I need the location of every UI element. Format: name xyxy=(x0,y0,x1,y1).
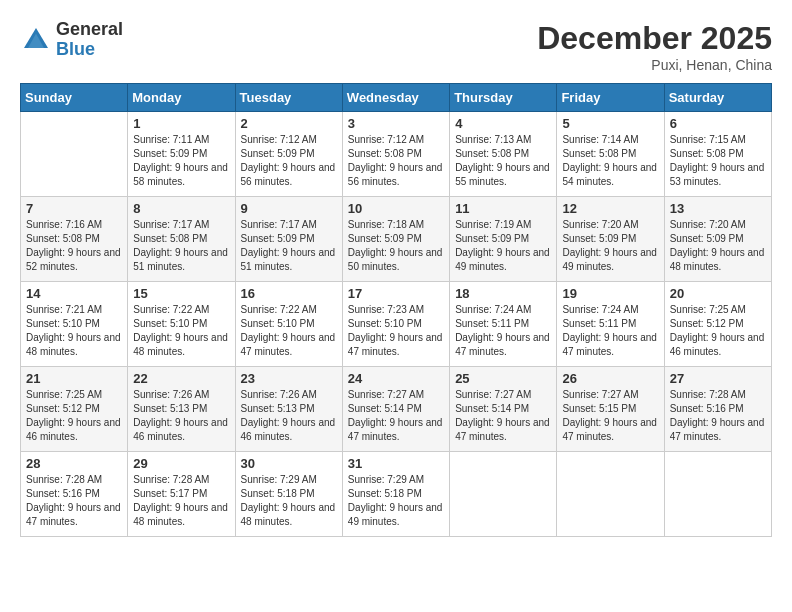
day-info: Sunrise: 7:15 AMSunset: 5:08 PMDaylight:… xyxy=(670,133,766,189)
calendar-day-cell: 6Sunrise: 7:15 AMSunset: 5:08 PMDaylight… xyxy=(664,112,771,197)
day-info: Sunrise: 7:22 AMSunset: 5:10 PMDaylight:… xyxy=(133,303,229,359)
day-number: 22 xyxy=(133,371,229,386)
calendar-week-row: 1Sunrise: 7:11 AMSunset: 5:09 PMDaylight… xyxy=(21,112,772,197)
calendar-day-cell: 27Sunrise: 7:28 AMSunset: 5:16 PMDayligh… xyxy=(664,367,771,452)
day-info: Sunrise: 7:26 AMSunset: 5:13 PMDaylight:… xyxy=(133,388,229,444)
day-info: Sunrise: 7:12 AMSunset: 5:08 PMDaylight:… xyxy=(348,133,444,189)
calendar-day-cell: 19Sunrise: 7:24 AMSunset: 5:11 PMDayligh… xyxy=(557,282,664,367)
calendar-day-cell: 26Sunrise: 7:27 AMSunset: 5:15 PMDayligh… xyxy=(557,367,664,452)
logo-icon xyxy=(20,24,52,56)
day-number: 21 xyxy=(26,371,122,386)
day-number: 6 xyxy=(670,116,766,131)
day-info: Sunrise: 7:19 AMSunset: 5:09 PMDaylight:… xyxy=(455,218,551,274)
calendar-day-cell: 18Sunrise: 7:24 AMSunset: 5:11 PMDayligh… xyxy=(450,282,557,367)
calendar-day-cell xyxy=(21,112,128,197)
calendar-day-cell: 3Sunrise: 7:12 AMSunset: 5:08 PMDaylight… xyxy=(342,112,449,197)
calendar-day-cell xyxy=(664,452,771,537)
day-of-week-header: Monday xyxy=(128,84,235,112)
day-number: 28 xyxy=(26,456,122,471)
day-number: 20 xyxy=(670,286,766,301)
day-number: 1 xyxy=(133,116,229,131)
calendar-week-row: 28Sunrise: 7:28 AMSunset: 5:16 PMDayligh… xyxy=(21,452,772,537)
day-info: Sunrise: 7:25 AMSunset: 5:12 PMDaylight:… xyxy=(670,303,766,359)
calendar-day-cell: 22Sunrise: 7:26 AMSunset: 5:13 PMDayligh… xyxy=(128,367,235,452)
day-info: Sunrise: 7:20 AMSunset: 5:09 PMDaylight:… xyxy=(670,218,766,274)
calendar-day-cell: 24Sunrise: 7:27 AMSunset: 5:14 PMDayligh… xyxy=(342,367,449,452)
logo-general: General xyxy=(56,20,123,40)
day-info: Sunrise: 7:17 AMSunset: 5:08 PMDaylight:… xyxy=(133,218,229,274)
calendar-day-cell: 16Sunrise: 7:22 AMSunset: 5:10 PMDayligh… xyxy=(235,282,342,367)
calendar-day-cell: 17Sunrise: 7:23 AMSunset: 5:10 PMDayligh… xyxy=(342,282,449,367)
day-info: Sunrise: 7:14 AMSunset: 5:08 PMDaylight:… xyxy=(562,133,658,189)
day-number: 7 xyxy=(26,201,122,216)
day-number: 17 xyxy=(348,286,444,301)
day-number: 14 xyxy=(26,286,122,301)
day-info: Sunrise: 7:11 AMSunset: 5:09 PMDaylight:… xyxy=(133,133,229,189)
day-number: 3 xyxy=(348,116,444,131)
calendar-header-row: SundayMondayTuesdayWednesdayThursdayFrid… xyxy=(21,84,772,112)
logo-blue: Blue xyxy=(56,40,123,60)
day-info: Sunrise: 7:24 AMSunset: 5:11 PMDaylight:… xyxy=(562,303,658,359)
day-info: Sunrise: 7:18 AMSunset: 5:09 PMDaylight:… xyxy=(348,218,444,274)
day-number: 30 xyxy=(241,456,337,471)
calendar-day-cell: 7Sunrise: 7:16 AMSunset: 5:08 PMDaylight… xyxy=(21,197,128,282)
day-number: 26 xyxy=(562,371,658,386)
day-info: Sunrise: 7:27 AMSunset: 5:15 PMDaylight:… xyxy=(562,388,658,444)
day-number: 23 xyxy=(241,371,337,386)
day-number: 10 xyxy=(348,201,444,216)
day-info: Sunrise: 7:21 AMSunset: 5:10 PMDaylight:… xyxy=(26,303,122,359)
calendar-day-cell: 21Sunrise: 7:25 AMSunset: 5:12 PMDayligh… xyxy=(21,367,128,452)
day-number: 15 xyxy=(133,286,229,301)
day-info: Sunrise: 7:22 AMSunset: 5:10 PMDaylight:… xyxy=(241,303,337,359)
day-number: 25 xyxy=(455,371,551,386)
calendar-day-cell: 31Sunrise: 7:29 AMSunset: 5:18 PMDayligh… xyxy=(342,452,449,537)
calendar-day-cell: 2Sunrise: 7:12 AMSunset: 5:09 PMDaylight… xyxy=(235,112,342,197)
day-info: Sunrise: 7:25 AMSunset: 5:12 PMDaylight:… xyxy=(26,388,122,444)
day-info: Sunrise: 7:28 AMSunset: 5:16 PMDaylight:… xyxy=(670,388,766,444)
day-info: Sunrise: 7:13 AMSunset: 5:08 PMDaylight:… xyxy=(455,133,551,189)
day-of-week-header: Tuesday xyxy=(235,84,342,112)
calendar-week-row: 7Sunrise: 7:16 AMSunset: 5:08 PMDaylight… xyxy=(21,197,772,282)
day-info: Sunrise: 7:16 AMSunset: 5:08 PMDaylight:… xyxy=(26,218,122,274)
month-title: December 2025 xyxy=(537,20,772,57)
calendar-day-cell: 14Sunrise: 7:21 AMSunset: 5:10 PMDayligh… xyxy=(21,282,128,367)
day-info: Sunrise: 7:26 AMSunset: 5:13 PMDaylight:… xyxy=(241,388,337,444)
calendar-day-cell: 12Sunrise: 7:20 AMSunset: 5:09 PMDayligh… xyxy=(557,197,664,282)
day-number: 29 xyxy=(133,456,229,471)
day-number: 16 xyxy=(241,286,337,301)
day-info: Sunrise: 7:29 AMSunset: 5:18 PMDaylight:… xyxy=(348,473,444,529)
day-number: 19 xyxy=(562,286,658,301)
calendar-week-row: 14Sunrise: 7:21 AMSunset: 5:10 PMDayligh… xyxy=(21,282,772,367)
calendar-day-cell: 4Sunrise: 7:13 AMSunset: 5:08 PMDaylight… xyxy=(450,112,557,197)
day-info: Sunrise: 7:17 AMSunset: 5:09 PMDaylight:… xyxy=(241,218,337,274)
day-number: 12 xyxy=(562,201,658,216)
day-info: Sunrise: 7:23 AMSunset: 5:10 PMDaylight:… xyxy=(348,303,444,359)
day-info: Sunrise: 7:12 AMSunset: 5:09 PMDaylight:… xyxy=(241,133,337,189)
day-of-week-header: Saturday xyxy=(664,84,771,112)
day-info: Sunrise: 7:20 AMSunset: 5:09 PMDaylight:… xyxy=(562,218,658,274)
calendar-day-cell: 13Sunrise: 7:20 AMSunset: 5:09 PMDayligh… xyxy=(664,197,771,282)
calendar-day-cell: 28Sunrise: 7:28 AMSunset: 5:16 PMDayligh… xyxy=(21,452,128,537)
calendar-day-cell: 10Sunrise: 7:18 AMSunset: 5:09 PMDayligh… xyxy=(342,197,449,282)
location-subtitle: Puxi, Henan, China xyxy=(537,57,772,73)
day-of-week-header: Wednesday xyxy=(342,84,449,112)
day-number: 2 xyxy=(241,116,337,131)
day-number: 18 xyxy=(455,286,551,301)
day-info: Sunrise: 7:28 AMSunset: 5:17 PMDaylight:… xyxy=(133,473,229,529)
day-number: 24 xyxy=(348,371,444,386)
calendar-day-cell: 5Sunrise: 7:14 AMSunset: 5:08 PMDaylight… xyxy=(557,112,664,197)
calendar-day-cell: 9Sunrise: 7:17 AMSunset: 5:09 PMDaylight… xyxy=(235,197,342,282)
calendar-table: SundayMondayTuesdayWednesdayThursdayFrid… xyxy=(20,83,772,537)
day-of-week-header: Sunday xyxy=(21,84,128,112)
day-info: Sunrise: 7:27 AMSunset: 5:14 PMDaylight:… xyxy=(455,388,551,444)
calendar-day-cell xyxy=(557,452,664,537)
logo: General Blue xyxy=(20,20,123,60)
day-info: Sunrise: 7:24 AMSunset: 5:11 PMDaylight:… xyxy=(455,303,551,359)
day-number: 11 xyxy=(455,201,551,216)
page-header: General Blue December 2025 Puxi, Henan, … xyxy=(20,20,772,73)
day-number: 13 xyxy=(670,201,766,216)
day-of-week-header: Friday xyxy=(557,84,664,112)
calendar-day-cell: 20Sunrise: 7:25 AMSunset: 5:12 PMDayligh… xyxy=(664,282,771,367)
calendar-day-cell: 15Sunrise: 7:22 AMSunset: 5:10 PMDayligh… xyxy=(128,282,235,367)
calendar-day-cell: 29Sunrise: 7:28 AMSunset: 5:17 PMDayligh… xyxy=(128,452,235,537)
